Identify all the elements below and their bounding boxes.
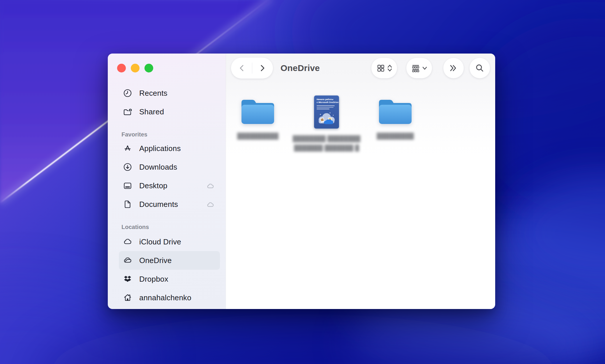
file-label-blurred: █████████ [377, 132, 414, 140]
sidebar-item-desktop[interactable]: Desktop [119, 176, 220, 195]
file-item-folder[interactable]: ██████████ [224, 96, 292, 140]
desktop: { "wallpaper": { "accent_violet": "#5b3b… [0, 0, 605, 364]
chevron-up-down-icon [387, 64, 392, 72]
window-title: OneDrive [281, 58, 320, 79]
appstore-icon [123, 143, 133, 153]
sidebar-item-label: Dropbox [139, 275, 168, 284]
sidebar-item-label: Desktop [139, 181, 167, 190]
sidebar-item-applications[interactable]: Applications [119, 139, 220, 158]
file-label-blurred: ████████ ████████ ███████ ███████ █ [293, 134, 360, 152]
file-item-folder[interactable]: █████████ [361, 96, 429, 140]
grid-view-icon [376, 64, 385, 72]
sidebar-list: Recents Shared Favorites Applications [108, 54, 226, 307]
group-view-icon [411, 64, 420, 72]
navigation-capsule [231, 58, 273, 79]
search-icon [475, 63, 484, 73]
search-button[interactable] [470, 58, 490, 78]
sidebar-item-label: Recents [139, 89, 167, 98]
sidebar-item-label: annahalchenko [139, 293, 191, 302]
desktop-icon [123, 181, 133, 191]
zoom-button[interactable] [144, 64, 153, 72]
pdf-thumbnail: Начало работы с Microsoft OneDrive [314, 95, 339, 129]
group-by-button[interactable] [406, 58, 432, 78]
sidebar-item-label: Applications [139, 144, 181, 153]
sidebar-item-label: Downloads [139, 163, 177, 172]
finder-window: Recents Shared Favorites Applications [108, 54, 495, 309]
sidebar: Recents Shared Favorites Applications [108, 54, 226, 309]
file-label-blurred: ██████████ [237, 132, 278, 140]
chevron-back-icon [238, 64, 247, 72]
sidebar-section-locations: Locations [121, 223, 220, 231]
double-chevron-icon [449, 64, 458, 72]
pdf-thumbnail-bodytext [314, 104, 339, 109]
sidebar-item-label: iCloud Drive [139, 237, 181, 246]
sidebar-item-icloud-drive[interactable]: iCloud Drive [119, 232, 220, 251]
cloud-status-icon [206, 200, 216, 208]
folder-icon [377, 96, 414, 125]
cloud-status-icon [206, 182, 216, 189]
sidebar-section-favorites: Favorites [121, 130, 220, 139]
sidebar-item-label: Shared [139, 107, 164, 116]
sidebar-item-dropbox[interactable]: Dropbox [119, 270, 220, 288]
dropbox-icon [123, 274, 133, 284]
sidebar-item-label: OneDrive [139, 256, 172, 265]
pdf-thumbnail-title: Начало работы с Microsoft OneDrive [314, 95, 339, 104]
minimize-button[interactable] [131, 64, 140, 72]
icon-view-button[interactable] [371, 58, 397, 78]
file-item-pdf[interactable]: Начало работы с Microsoft OneDrive [293, 95, 360, 152]
document-icon [123, 199, 133, 209]
download-circle-icon [123, 162, 133, 172]
sidebar-item-label: Documents [139, 200, 178, 209]
sidebar-item-shared[interactable]: Shared [119, 102, 220, 121]
pdf-cloud-illustration [316, 111, 337, 126]
folder-icon [239, 96, 276, 125]
back-button[interactable] [233, 58, 252, 79]
home-icon [123, 293, 133, 303]
forward-button[interactable] [252, 58, 271, 79]
sidebar-item-onedrive[interactable]: OneDrive [119, 251, 220, 270]
chevron-down-icon [422, 64, 427, 72]
traffic-lights [117, 64, 153, 72]
close-button[interactable] [117, 64, 126, 72]
sidebar-item-documents[interactable]: Documents [119, 195, 220, 214]
shared-folder-icon [123, 107, 133, 117]
chevron-forward-icon [257, 64, 266, 72]
icloud-icon [123, 237, 133, 247]
sidebar-item-recents[interactable]: Recents [119, 84, 220, 102]
sidebar-item-downloads[interactable]: Downloads [119, 158, 220, 176]
sidebar-item-home[interactable]: annahalchenko [119, 288, 220, 307]
more-toolbar-items-button[interactable] [443, 58, 464, 78]
onedrive-icon [123, 255, 133, 265]
content-pane [226, 54, 495, 309]
clock-icon [123, 88, 133, 98]
